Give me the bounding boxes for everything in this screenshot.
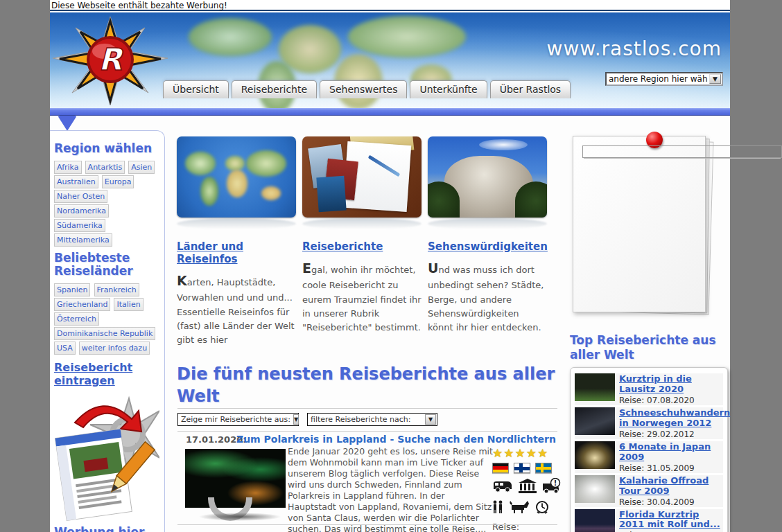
- feature-thumbnail[interactable]: [428, 136, 547, 218]
- filter-sort-dropdown[interactable]: filtere Reiseberichte nach: ▼: [307, 413, 437, 426]
- top-reports-heading: Top Reiseberichte aus aller Welt: [570, 333, 726, 363]
- nav-tab[interactable]: Sehenswertes: [320, 80, 407, 98]
- popular-countries-heading: Beliebteste Reiseländer: [54, 251, 160, 278]
- nav-tab-label: Übersicht: [173, 84, 219, 95]
- finnish-flag-icon: [514, 463, 530, 473]
- divider: [177, 431, 557, 432]
- feature-title-link[interactable]: Reiseberichte: [302, 240, 383, 253]
- reise-label: Reise:: [492, 522, 562, 532]
- travel-companion-icons: [492, 499, 562, 515]
- museum-icon: [519, 479, 537, 494]
- region-link[interactable]: Australien: [54, 175, 98, 188]
- region-dropdown-value: andere Region hier wäh: [607, 74, 709, 84]
- map-landmass: [225, 156, 245, 171]
- region-heading: Region wählen: [54, 142, 160, 156]
- region-link[interactable]: Europa: [102, 175, 134, 188]
- country-link[interactable]: Italien: [114, 298, 143, 311]
- country-link[interactable]: Frankreich: [94, 283, 139, 296]
- article-meta: ★★★★★: [492, 446, 562, 532]
- country-link[interactable]: Spanien: [54, 283, 90, 296]
- report-title-link[interactable]: Florida Kurztrip 2011 mit Rolf und...: [619, 510, 723, 531]
- region-link[interactable]: Mittelamerika: [54, 233, 112, 247]
- top-report-item[interactable]: Schneeschuhwandern in Norwegen 2012 Reis…: [575, 407, 723, 439]
- nav-tab-label: Unterkünfte: [419, 84, 477, 95]
- nav-tab[interactable]: Übersicht: [163, 80, 229, 98]
- region-link[interactable]: Nordamerika: [54, 204, 109, 218]
- report-date: Reise: 31.05.2009: [619, 463, 723, 473]
- region-link[interactable]: Afrika: [54, 161, 82, 174]
- country-link[interactable]: USA: [54, 342, 76, 355]
- feature-card: Reiseberichte Egal, wohin ihr möchtet, c…: [302, 136, 422, 347]
- chevron-down-icon[interactable]: ▼: [293, 414, 299, 425]
- report-title-link[interactable]: 6 Monate in Japan 2009: [619, 442, 723, 463]
- feature-title-link[interactable]: Sehenswürdigkeiten: [428, 240, 548, 253]
- ad-notice-text: Diese Webseite enthält bezahte Werbung!: [51, 1, 227, 10]
- photo-shadow: [198, 513, 281, 521]
- country-link[interactable]: Griechenland: [54, 298, 110, 311]
- article-text: Ende Januar 2020 geht es los, unsere Rei…: [288, 446, 493, 532]
- region-link[interactable]: Antarktis: [85, 161, 125, 174]
- top-report-item[interactable]: Kalaharie Offroad Tour 2009 Reise: 30.04…: [575, 475, 723, 507]
- nav-tab-label: Sehenswertes: [329, 84, 397, 95]
- star-rating: ★★★★★: [492, 446, 562, 460]
- country-link[interactable]: Dominikanische Republik: [54, 327, 155, 340]
- report-title-link[interactable]: Kurztrip in die Lausitz 2020: [619, 374, 723, 395]
- feature-text: Egal, wohin ihr möchtet, coole Reiseberi…: [302, 258, 422, 335]
- swedish-flag-icon: [535, 463, 552, 473]
- chevron-down-icon[interactable]: ▼: [425, 414, 436, 425]
- nav-tab[interactable]: Über Rastlos: [490, 80, 571, 98]
- nav-tab[interactable]: Reiseberichte: [232, 80, 317, 98]
- add-report-link[interactable]: Reisebericht eintragen: [54, 361, 160, 387]
- world-map-decoration: [189, 18, 272, 56]
- main-navigation: Übersicht Reiseberichte Sehenswertes Unt…: [163, 80, 571, 98]
- cloud: [479, 139, 528, 150]
- report-thumbnail[interactable]: [575, 373, 615, 401]
- country-link[interactable]: Österreich: [54, 312, 99, 326]
- dog-icon: [509, 499, 530, 515]
- report-thumbnail[interactable]: [575, 407, 615, 435]
- feature-thumbnail[interactable]: [302, 136, 422, 218]
- feature-cards: Länder und Reiseinfos Karten, Hauptstädt…: [177, 136, 562, 347]
- nav-tab[interactable]: Unterkünfte: [410, 80, 487, 98]
- report-date: Reise: 07.08.2020: [619, 396, 723, 405]
- country-link[interactable]: weiter infos dazu: [79, 342, 150, 355]
- filter-region-dropdown[interactable]: Zeige mir Reiseberichte aus: ▼: [177, 413, 299, 426]
- region-dropdown[interactable]: andere Region hier wäh ▼: [605, 72, 723, 86]
- feature-text: Karten, Hauptstädte, Vorwahlen und und u…: [177, 271, 296, 347]
- top-report-item[interactable]: Kurztrip in die Lausitz 2020 Reise: 07.0…: [575, 373, 723, 405]
- report-thumbnail[interactable]: [575, 509, 615, 532]
- report-date: Reise: 29.02.2012: [619, 429, 730, 439]
- report-illustration[interactable]: [54, 391, 159, 522]
- logo-letter: R: [98, 42, 123, 77]
- report-title-link[interactable]: Kalaharie Offroad Tour 2009: [619, 476, 723, 497]
- region-link[interactable]: Asien: [128, 161, 155, 174]
- map-landmass: [200, 177, 218, 206]
- rastlos-logo[interactable]: R: [51, 15, 169, 107]
- clock-icon: [535, 500, 549, 514]
- report-title-link[interactable]: Schneeschuhwandern in Norwegen 2012: [619, 408, 730, 429]
- chevron-down-icon[interactable]: ▼: [709, 74, 721, 84]
- journal-detail: [316, 176, 346, 213]
- article-title-link[interactable]: Zum Polarkreis in Lappland - Suche nach …: [236, 434, 556, 445]
- truck-alert-icon: !: [542, 478, 562, 495]
- pinboard-note: [571, 136, 711, 317]
- feature-text: Und was muss ich dort unbedingt sehen? S…: [428, 258, 547, 335]
- top-report-item[interactable]: 6 Monate in Japan 2009 Reise: 31.05.2009: [575, 441, 723, 473]
- divider: [177, 408, 557, 409]
- feature-title-link[interactable]: Länder und Reiseinfos: [177, 240, 296, 265]
- report-thumbnail[interactable]: [575, 441, 615, 469]
- feature-thumbnail[interactable]: [177, 136, 296, 218]
- region-link[interactable]: Südamerika: [54, 219, 105, 232]
- site-url: www.rastlos.com: [547, 37, 722, 60]
- top-report-item[interactable]: Florida Kurztrip 2011 mit Rolf und... Re…: [575, 509, 723, 532]
- page-content: Diese Webseite enthält bezahte Werbung! …: [50, 0, 730, 532]
- world-map-decoration: [348, 16, 466, 57]
- thumbnail-reflection: [428, 218, 547, 229]
- feature-card: Sehenswürdigkeiten Und was muss ich dort…: [428, 136, 547, 347]
- thumbnail-reflection: [302, 218, 422, 229]
- report-date: Reise: 30.04.2009: [619, 497, 723, 507]
- country-links: Spanien Frankreich Griechenland Italien …: [54, 283, 160, 355]
- report-thumbnail[interactable]: [575, 475, 615, 503]
- region-link[interactable]: Naher Osten: [54, 190, 107, 203]
- map-landmass: [185, 152, 216, 175]
